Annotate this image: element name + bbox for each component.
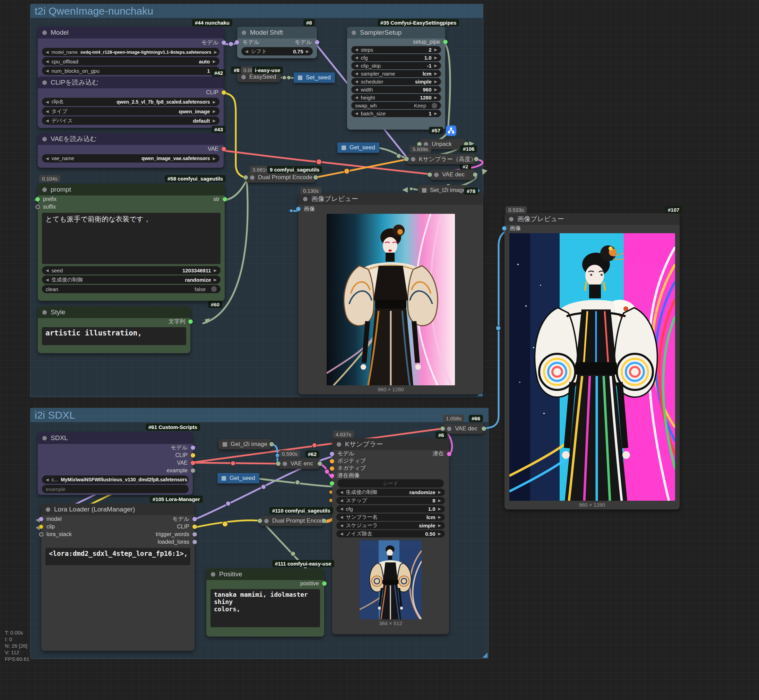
node-vae-decode-t2i[interactable]: VAE dec: [430, 169, 475, 180]
node-get-seed-i2i[interactable]: Get_seed: [218, 473, 259, 483]
output-slot[interactable]: positive: [206, 580, 324, 587]
node-sampler-setup[interactable]: SamplerSetup setup_pipe ◀steps2▶ ◀cfg1.0…: [347, 27, 445, 130]
widget-seed[interactable]: ◀seed1203346911▶: [42, 266, 221, 275]
node-id-badge: #110 comfyui_sageutils: [269, 507, 333, 514]
widget-scheduler[interactable]: ◀schedulersimple▶: [351, 78, 441, 85]
widget-shift[interactable]: ◀シフト0.75▶: [241, 47, 313, 55]
image-size-caption: 960 × 1280: [299, 386, 483, 392]
output-slot-clip[interactable]: CLIP: [38, 452, 193, 459]
node-title: VAEを読み込む: [51, 134, 97, 144]
widget-steps[interactable]: ◀steps2▶: [351, 46, 441, 53]
node-get-seed-t2i[interactable]: Get_seed: [337, 142, 379, 153]
node-id-badge: #105 Lora-Manager: [150, 495, 203, 503]
node-image-preview-i2i[interactable]: 画像プレビュー 画像: [504, 213, 679, 509]
node-clip-loader[interactable]: CLIPを読み込む CLIP ◀clip名qwen_2.5_vl_7b_fp8_…: [38, 77, 224, 128]
image-input-dot: [502, 226, 507, 231]
output-slot[interactable]: モデル: [38, 39, 224, 47]
input-slot-image[interactable]: 画像: [299, 205, 483, 213]
node-style[interactable]: Style 文字列 artistic illustration,: [38, 306, 190, 353]
slot-model[interactable]: モデル潜在: [332, 450, 449, 458]
widget-device[interactable]: ◀デバイスdefault▶: [42, 116, 219, 125]
slot-clip[interactable]: clipCLIP: [41, 523, 194, 531]
widget-clip-name[interactable]: ◀clip名qwen_2.5_vl_7b_fp8_scaled.safetens…: [42, 98, 219, 106]
output-slot[interactable]: CLIP: [38, 88, 224, 97]
node-title: SDXL: [51, 434, 68, 442]
widget-type[interactable]: ◀タイプqwen_image▶: [42, 107, 219, 116]
node-prompt[interactable]: prompt prefix str suffix とても派手で前衛的な衣装です，…: [38, 184, 225, 301]
widget-num-blocks[interactable]: ◀num_blocks_on_gpu1▶: [42, 67, 219, 75]
node-vae-decode-i2i[interactable]: VAE dec: [443, 423, 484, 434]
widget-model-name[interactable]: ◀model_namesvdq-int4_r128-qwen-image-lig…: [42, 48, 219, 56]
input-slot-image[interactable]: 画像: [504, 225, 679, 232]
widget-height[interactable]: ◀height1280▶: [351, 94, 441, 101]
node-lora-loader[interactable]: Lora Loader (LoraManager) modelモデル clipC…: [41, 503, 194, 651]
input-slot-prefix[interactable]: prefix str: [38, 195, 225, 203]
node-model-loader[interactable]: Model モデル ◀model_namesvdq-int4_r128-qwen…: [38, 27, 224, 80]
node-vae-encode[interactable]: VAE enc: [279, 458, 320, 469]
slot-seed[interactable]: シード: [332, 479, 449, 488]
output-slot[interactable]: 文字列: [38, 318, 190, 325]
collapse-dot[interactable]: [42, 31, 47, 35]
input-slot-suffix[interactable]: suffix: [38, 203, 225, 211]
node-ksampler[interactable]: Kサンプラー モデル潜在 ポジティブ ネガティブ 潜在画像 シード ◀生成後の制…: [332, 438, 449, 634]
widget-batch-size[interactable]: ◀batch_size1▶: [351, 110, 441, 117]
slot-loaded-loras[interactable]: loaded_loras: [41, 538, 194, 546]
widget-control-after-generate[interactable]: ◀生成後の制御randomize▶: [336, 489, 445, 496]
node-title: SamplerSetup: [360, 29, 402, 36]
output-slot-model[interactable]: モデル: [38, 444, 193, 452]
widget-control-after-generate[interactable]: ◀生成後の制御randomize▶: [42, 275, 221, 284]
time-badge: 0.590s: [279, 450, 300, 458]
node-model-shift[interactable]: Model Shift モデル モデル ◀シフト0.75▶: [237, 27, 317, 58]
node-dual-prompt-encode-i2i[interactable]: Dual Prompt Encode: [260, 516, 324, 526]
widget-clean-toggle[interactable]: cleanfalse: [42, 285, 221, 293]
node-image-preview-t2i[interactable]: 画像プレビュー 画像: [299, 193, 483, 394]
widget-steps[interactable]: ◀ステップ8▶: [336, 497, 445, 504]
node-positive-prompt[interactable]: Positive positive tanaka mamimi, idolmas…: [206, 568, 324, 637]
node-get-t2i-image[interactable]: Get_t2i image: [218, 439, 271, 450]
lora-textarea[interactable]: <lora:dmd2_sdxl_4step_lora_fp16:1>,: [45, 548, 190, 565]
slot-model[interactable]: modelモデル: [41, 515, 194, 523]
model-slots[interactable]: モデル モデル: [237, 39, 317, 46]
widget-sampler-name[interactable]: ◀サンプラー名lcm▶: [336, 514, 445, 521]
widget-swap-wh[interactable]: swap_whKeep: [351, 102, 441, 109]
output-slot-example[interactable]: example: [38, 467, 193, 474]
node-set-seed[interactable]: Set_seed: [294, 72, 335, 83]
time-badge: 0.130s: [300, 187, 321, 194]
node-id-badge: #57: [429, 127, 443, 134]
widget-sampler-name[interactable]: ◀sampler_namelcm▶: [351, 70, 441, 77]
output-slot[interactable]: setup_pipe: [347, 39, 445, 45]
widget-width[interactable]: ◀width960▶: [351, 86, 441, 93]
slot-lora-stack[interactable]: lora_stacktrigger_words: [41, 531, 194, 538]
widget-example-field[interactable]: example: [42, 485, 189, 493]
prompt-textarea[interactable]: とても派手で前衛的な衣装です，: [42, 213, 221, 264]
node-vae-loader[interactable]: VAEを読み込む VAE ◀vae_nameqwen_image_vae.saf…: [38, 133, 224, 168]
node-ksampler-advanced[interactable]: Kサンプラー（高度）: [407, 154, 476, 164]
convert-icon[interactable]: [446, 125, 456, 136]
widget-clip-skip[interactable]: ◀clip_skip-1▶: [351, 62, 441, 69]
group-title[interactable]: t2i QwenImage-nunchaku: [31, 4, 483, 18]
toggle-icon: [432, 103, 437, 108]
get-node-icon: [341, 145, 346, 150]
node-sdxl-checkpoint[interactable]: SDXL モデル CLIP VAE example ◀c...MyMix\wai…: [38, 432, 193, 495]
node-graph-canvas[interactable]: t2i QwenImage-nunchaku i2i SDXL: [0, 0, 759, 700]
node-dual-prompt-encode-t2i[interactable]: Dual Prompt Encode: [246, 172, 316, 183]
slot-latent[interactable]: 潜在画像: [332, 472, 449, 479]
output-slot-vae[interactable]: VAE: [38, 459, 193, 467]
output-slot[interactable]: VAE: [38, 145, 224, 153]
widget-cpu-offload[interactable]: ◀cpu_offloadauto▶: [42, 57, 219, 66]
group-resize-handle[interactable]: [482, 653, 488, 658]
widget-vae-name[interactable]: ◀vae_nameqwen_image_vae.safetensors▶: [42, 154, 219, 162]
slot-negative[interactable]: ネガティブ: [332, 465, 449, 472]
node-id-badge: #42: [211, 69, 226, 77]
slot-positive[interactable]: ポジティブ: [332, 458, 449, 465]
widget-scheduler[interactable]: ◀スケジューラsimple▶: [336, 522, 445, 529]
style-textarea[interactable]: artistic illustration,: [42, 327, 186, 345]
widget-cfg[interactable]: ◀cfg1.0▶: [351, 54, 441, 61]
widget-denoise[interactable]: ◀ノイズ除去0.50▶: [336, 530, 445, 538]
set-node-icon: [298, 75, 302, 80]
widget-cfg[interactable]: ◀cfg1.0▶: [336, 505, 445, 512]
widget-ckpt-name[interactable]: ◀c...MyMix\waiNSFWIllustrious_v130_dmd2f…: [42, 475, 189, 484]
set-node-icon: [422, 188, 426, 193]
group-title[interactable]: i2i SDXL: [31, 408, 488, 422]
positive-textarea[interactable]: tanaka mamimi, idolmaster shiny colors,: [210, 589, 320, 627]
